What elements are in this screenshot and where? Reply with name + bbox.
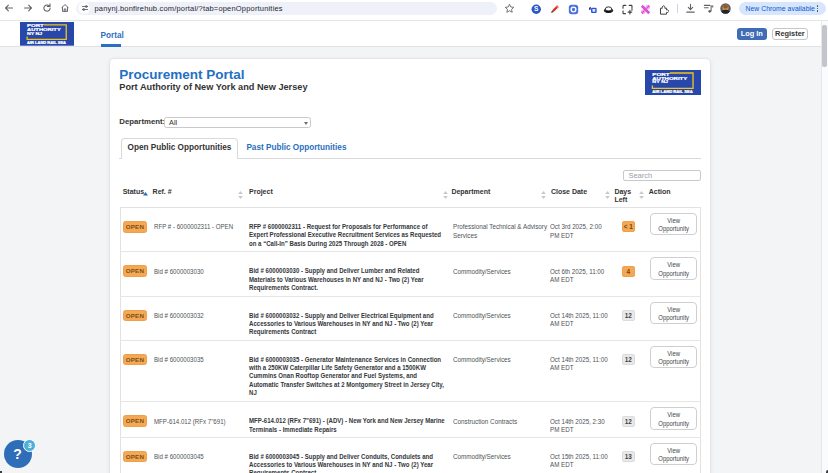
- svg-text:NY NJ: NY NJ: [27, 31, 43, 36]
- svg-text:AIR LAND RAIL SEA: AIR LAND RAIL SEA: [652, 90, 692, 94]
- svg-text:S: S: [534, 5, 539, 12]
- svg-text:NY NJ: NY NJ: [652, 79, 669, 84]
